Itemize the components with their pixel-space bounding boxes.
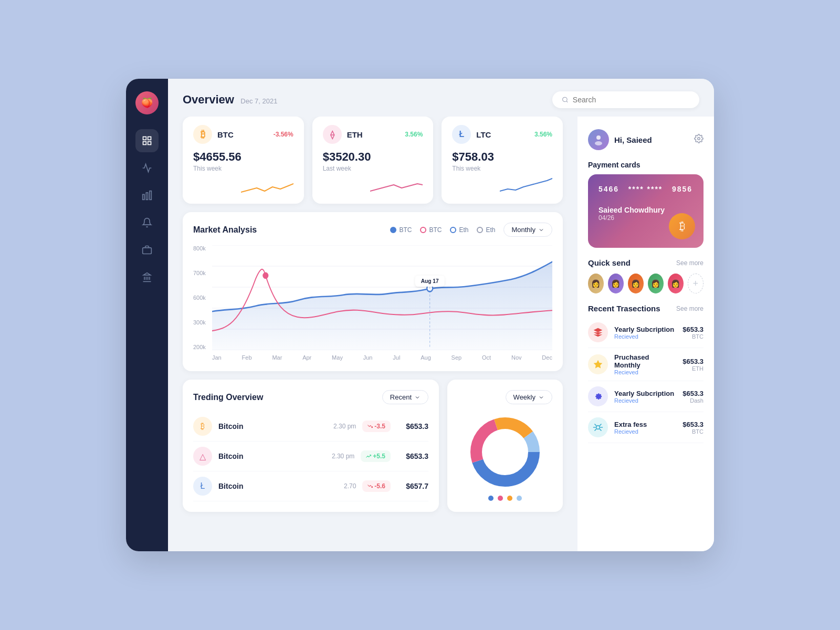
bottom-row: Treding Overview Recent ₿ Bitcoin: [183, 380, 563, 512]
page-title: Overview Dec 7, 2021: [183, 93, 277, 107]
sidebar-item-overview[interactable]: [135, 129, 159, 152]
qs-avatar-4[interactable]: 👩: [648, 274, 664, 293]
svg-rect-1: [148, 137, 151, 140]
svg-rect-4: [143, 194, 144, 200]
btc-card: ₿ BTC -3.56% $4655.56 This week: [183, 117, 304, 204]
txn-row-2: Pruchased Monthly Recieved $653.3 ETH: [588, 348, 704, 381]
txn-icon-1: [588, 322, 608, 342]
svg-rect-7: [143, 248, 152, 254]
right-panel: Hi, Saieed Payment cards 5466: [578, 117, 714, 551]
svg-point-34: [698, 137, 700, 140]
chart-area: 800k 700k 600k 300k 200k: [193, 245, 552, 350]
qs-avatar-1[interactable]: 👩: [588, 274, 604, 293]
dashboard: 🍑 Overview Dec 7, 2021: [126, 79, 714, 551]
trade-badge-3: -5.6: [362, 480, 391, 492]
sidebar-item-bank[interactable]: [135, 266, 159, 289]
svg-point-32: [596, 135, 601, 140]
trade-icon-3: Ł: [193, 477, 212, 496]
ltc-card: Ł LTC 3.56% $758.03 This week: [442, 117, 563, 204]
monthly-filter-btn[interactable]: Monthly: [503, 223, 552, 237]
center-panel: ₿ BTC -3.56% $4655.56 This week: [168, 117, 578, 551]
header: Overview Dec 7, 2021: [168, 79, 714, 117]
trade-row-3: Ł Bitcoin 2.70 -5.6 $657.7: [193, 471, 428, 501]
sidebar-item-bars[interactable]: [135, 184, 159, 207]
search-bar[interactable]: [552, 91, 699, 108]
svg-point-37: [596, 426, 600, 429]
crypto-cards-row: ₿ BTC -3.56% $4655.56 This week: [183, 117, 563, 204]
legend-btc1: BTC: [390, 226, 412, 234]
sidebar-item-notifications[interactable]: [135, 211, 159, 234]
donut-card: Weekly: [447, 380, 563, 512]
ltc-icon: Ł: [452, 125, 471, 144]
svg-point-31: [482, 429, 528, 475]
content-area: ₿ BTC -3.56% $4655.56 This week: [168, 117, 714, 551]
trade-icon-2: △: [193, 447, 212, 466]
txn-row-3: Yearly Subcription Recieved $653.3 Dash: [588, 381, 704, 412]
user-header: Hi, Saieed: [588, 129, 704, 150]
svg-rect-5: [146, 193, 148, 200]
trading-overview-card: Treding Overview Recent ₿ Bitcoin: [183, 380, 439, 512]
app-logo[interactable]: 🍑: [135, 91, 159, 114]
recent-transactions-section: Recent Trasections See more Yearly Subcr…: [588, 304, 704, 443]
main-content: Overview Dec 7, 2021 ₿: [168, 79, 714, 551]
chart-svg: Aug 17: [212, 245, 552, 350]
svg-rect-6: [150, 191, 151, 200]
chart-y-labels: 800k 700k 600k 300k 200k: [193, 245, 210, 350]
recent-filter-btn[interactable]: Recent: [382, 390, 428, 404]
svg-point-22: [262, 272, 268, 279]
user-avatar: [588, 129, 609, 150]
search-icon: [562, 96, 569, 103]
svg-line-15: [566, 101, 568, 102]
legend-eth1: Eth: [450, 226, 468, 234]
card-btc-icon: ₿: [669, 213, 695, 239]
trade-badge-1: -3.5: [362, 421, 391, 432]
trade-icon-1: ₿: [193, 417, 212, 436]
trade-badge-2: +5.5: [361, 450, 391, 462]
txn-row-4: Extra fess Recieved $653.3 BTC: [588, 412, 704, 443]
sidebar-item-analytics[interactable]: [135, 156, 159, 180]
legend-eth2: Eth: [477, 226, 495, 234]
trade-row-1: ₿ Bitcoin 2.30 pm -3.5 $653.3: [193, 412, 428, 442]
sidebar-item-portfolio[interactable]: [135, 238, 159, 261]
quick-send-section: Quick send See more 👩 👩 👩 👩 👩 +: [588, 258, 704, 293]
txn-icon-4: [588, 417, 608, 437]
svg-text:Aug 17: Aug 17: [421, 277, 439, 284]
txn-row-1: Yearly Subcription Recieved $653.3 BTC: [588, 317, 704, 348]
market-analysis-card: Market Analysis BTC BTC Eth: [183, 212, 563, 371]
svg-point-33: [595, 141, 602, 145]
search-input[interactable]: [573, 96, 690, 104]
legend-btc2: BTC: [420, 226, 442, 234]
svg-rect-3: [143, 142, 146, 145]
quick-send-avatars: 👩 👩 👩 👩 👩 +: [588, 274, 704, 293]
qs-add-button[interactable]: +: [688, 274, 704, 293]
svg-marker-35: [594, 360, 603, 369]
svg-point-14: [563, 97, 568, 102]
svg-rect-0: [143, 137, 146, 140]
payment-cards-section: Payment cards 5466 **** **** 9856 Saieed…: [588, 161, 704, 248]
txn-icon-2: [588, 354, 608, 374]
svg-marker-13: [143, 273, 150, 275]
user-info: Hi, Saieed: [588, 129, 652, 150]
payment-card: 5466 **** **** 9856 Saieed Chowdhury 04/…: [588, 174, 704, 248]
eth-icon: ⟠: [323, 125, 342, 144]
chart-x-labels: JanFebMarAprMay JunJulAugSepOct NovDec: [193, 354, 552, 361]
qs-avatar-5[interactable]: 👩: [668, 274, 684, 293]
weekly-filter-btn[interactable]: Weekly: [506, 390, 552, 404]
qs-avatar-2[interactable]: 👩: [608, 274, 624, 293]
sidebar: 🍑: [126, 79, 168, 551]
donut-chart: [466, 413, 544, 491]
txn-icon-3: [588, 386, 608, 406]
btc-icon: ₿: [193, 125, 212, 144]
eth-card: ⟠ ETH 3.56% $3520.30 Last week: [312, 117, 434, 204]
svg-rect-2: [148, 142, 151, 145]
qs-avatar-3[interactable]: 👩: [628, 274, 644, 293]
trade-row-2: △ Bitcoin 2.30 pm +5.5 $653.3: [193, 442, 428, 471]
settings-icon[interactable]: [694, 134, 704, 146]
